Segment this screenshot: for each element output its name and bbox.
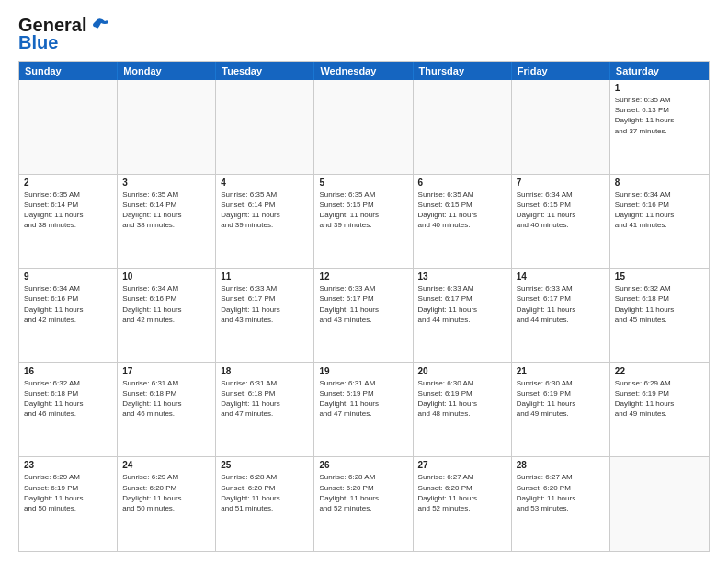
day-info: Sunrise: 6:27 AM Sunset: 6:20 PM Dayligh… bbox=[517, 472, 605, 513]
header-day-tuesday: Tuesday bbox=[216, 62, 314, 80]
day-info: Sunrise: 6:35 AM Sunset: 6:14 PM Dayligh… bbox=[24, 190, 112, 231]
day-info: Sunrise: 6:31 AM Sunset: 6:18 PM Dayligh… bbox=[122, 378, 210, 419]
day-number: 7 bbox=[517, 178, 605, 188]
day-info: Sunrise: 6:35 AM Sunset: 6:14 PM Dayligh… bbox=[122, 190, 210, 231]
day-cell-15: 15Sunrise: 6:32 AM Sunset: 6:18 PM Dayli… bbox=[610, 269, 709, 362]
day-info: Sunrise: 6:28 AM Sunset: 6:20 PM Dayligh… bbox=[319, 472, 407, 513]
day-number: 24 bbox=[122, 460, 210, 470]
day-number: 20 bbox=[418, 366, 506, 376]
day-cell-empty bbox=[19, 80, 118, 174]
day-cell-24: 24Sunrise: 6:29 AM Sunset: 6:20 PM Dayli… bbox=[118, 457, 216, 551]
day-number: 22 bbox=[615, 366, 704, 376]
day-info: Sunrise: 6:29 AM Sunset: 6:19 PM Dayligh… bbox=[615, 378, 704, 419]
day-number: 23 bbox=[24, 460, 112, 470]
day-cell-16: 16Sunrise: 6:32 AM Sunset: 6:18 PM Dayli… bbox=[19, 363, 118, 457]
header: General Blue bbox=[18, 15, 710, 53]
day-info: Sunrise: 6:34 AM Sunset: 6:16 PM Dayligh… bbox=[24, 283, 112, 325]
day-info: Sunrise: 6:33 AM Sunset: 6:17 PM Dayligh… bbox=[418, 283, 506, 325]
day-number: 27 bbox=[418, 460, 506, 470]
day-cell-empty bbox=[118, 80, 216, 174]
day-cell-25: 25Sunrise: 6:28 AM Sunset: 6:20 PM Dayli… bbox=[216, 457, 314, 551]
day-number: 17 bbox=[122, 366, 210, 376]
day-cell-4: 4Sunrise: 6:35 AM Sunset: 6:14 PM Daylig… bbox=[216, 175, 314, 269]
day-cell-8: 8Sunrise: 6:34 AM Sunset: 6:16 PM Daylig… bbox=[610, 175, 709, 269]
day-info: Sunrise: 6:28 AM Sunset: 6:20 PM Dayligh… bbox=[221, 472, 309, 513]
day-number: 5 bbox=[319, 178, 407, 188]
day-number: 13 bbox=[418, 271, 506, 282]
header-day-sunday: Sunday bbox=[19, 62, 118, 80]
day-info: Sunrise: 6:34 AM Sunset: 6:16 PM Dayligh… bbox=[122, 283, 210, 325]
day-number: 10 bbox=[122, 271, 210, 282]
day-info: Sunrise: 6:30 AM Sunset: 6:19 PM Dayligh… bbox=[517, 378, 605, 419]
day-cell-14: 14Sunrise: 6:33 AM Sunset: 6:17 PM Dayli… bbox=[512, 269, 610, 362]
calendar-header: SundayMondayTuesdayWednesdayThursdayFrid… bbox=[19, 62, 709, 80]
day-number: 28 bbox=[517, 460, 605, 470]
logo: General Blue bbox=[18, 15, 108, 53]
calendar-body: 1Sunrise: 6:35 AM Sunset: 6:13 PM Daylig… bbox=[19, 80, 709, 551]
day-number: 18 bbox=[221, 366, 309, 376]
day-cell-12: 12Sunrise: 6:33 AM Sunset: 6:17 PM Dayli… bbox=[314, 269, 413, 362]
day-info: Sunrise: 6:35 AM Sunset: 6:14 PM Dayligh… bbox=[221, 190, 309, 231]
day-cell-22: 22Sunrise: 6:29 AM Sunset: 6:19 PM Dayli… bbox=[610, 363, 709, 457]
day-number: 2 bbox=[24, 178, 112, 188]
day-number: 21 bbox=[517, 366, 605, 376]
day-info: Sunrise: 6:34 AM Sunset: 6:15 PM Dayligh… bbox=[517, 190, 605, 231]
day-cell-empty bbox=[216, 80, 314, 174]
day-cell-10: 10Sunrise: 6:34 AM Sunset: 6:16 PM Dayli… bbox=[118, 269, 216, 362]
day-info: Sunrise: 6:31 AM Sunset: 6:19 PM Dayligh… bbox=[319, 378, 407, 419]
day-info: Sunrise: 6:32 AM Sunset: 6:18 PM Dayligh… bbox=[615, 283, 704, 325]
day-info: Sunrise: 6:35 AM Sunset: 6:15 PM Dayligh… bbox=[319, 190, 407, 231]
header-day-friday: Friday bbox=[512, 62, 610, 80]
day-info: Sunrise: 6:34 AM Sunset: 6:16 PM Dayligh… bbox=[615, 190, 704, 231]
day-cell-2: 2Sunrise: 6:35 AM Sunset: 6:14 PM Daylig… bbox=[19, 175, 118, 269]
day-cell-13: 13Sunrise: 6:33 AM Sunset: 6:17 PM Dayli… bbox=[414, 269, 512, 362]
day-cell-7: 7Sunrise: 6:34 AM Sunset: 6:15 PM Daylig… bbox=[512, 175, 610, 269]
day-cell-3: 3Sunrise: 6:35 AM Sunset: 6:14 PM Daylig… bbox=[118, 175, 216, 269]
day-cell-27: 27Sunrise: 6:27 AM Sunset: 6:20 PM Dayli… bbox=[414, 457, 512, 551]
day-number: 12 bbox=[319, 271, 407, 282]
header-day-saturday: Saturday bbox=[610, 62, 709, 80]
day-cell-21: 21Sunrise: 6:30 AM Sunset: 6:19 PM Dayli… bbox=[512, 363, 610, 457]
day-info: Sunrise: 6:33 AM Sunset: 6:17 PM Dayligh… bbox=[319, 283, 407, 325]
day-info: Sunrise: 6:33 AM Sunset: 6:17 PM Dayligh… bbox=[517, 283, 605, 325]
day-info: Sunrise: 6:33 AM Sunset: 6:17 PM Dayligh… bbox=[221, 283, 309, 325]
day-cell-17: 17Sunrise: 6:31 AM Sunset: 6:18 PM Dayli… bbox=[118, 363, 216, 457]
day-info: Sunrise: 6:35 AM Sunset: 6:15 PM Dayligh… bbox=[418, 190, 506, 231]
day-cell-empty bbox=[414, 80, 512, 174]
day-cell-6: 6Sunrise: 6:35 AM Sunset: 6:15 PM Daylig… bbox=[414, 175, 512, 269]
calendar-row-3: 16Sunrise: 6:32 AM Sunset: 6:18 PM Dayli… bbox=[19, 362, 709, 457]
header-day-thursday: Thursday bbox=[414, 62, 512, 80]
day-cell-23: 23Sunrise: 6:29 AM Sunset: 6:19 PM Dayli… bbox=[19, 457, 118, 551]
page: General Blue SundayMondayTuesdayWednesda… bbox=[0, 0, 728, 563]
header-day-monday: Monday bbox=[118, 62, 216, 80]
logo-blue: Blue bbox=[18, 32, 58, 53]
day-cell-18: 18Sunrise: 6:31 AM Sunset: 6:18 PM Dayli… bbox=[216, 363, 314, 457]
calendar-row-1: 2Sunrise: 6:35 AM Sunset: 6:14 PM Daylig… bbox=[19, 174, 709, 269]
calendar: SundayMondayTuesdayWednesdayThursdayFrid… bbox=[18, 61, 710, 552]
day-info: Sunrise: 6:32 AM Sunset: 6:18 PM Dayligh… bbox=[24, 378, 112, 419]
day-cell-empty bbox=[512, 80, 610, 174]
day-number: 4 bbox=[221, 178, 309, 188]
day-number: 11 bbox=[221, 271, 309, 282]
day-info: Sunrise: 6:29 AM Sunset: 6:19 PM Dayligh… bbox=[24, 472, 112, 513]
day-number: 15 bbox=[615, 271, 704, 282]
day-number: 8 bbox=[615, 178, 704, 188]
day-cell-5: 5Sunrise: 6:35 AM Sunset: 6:15 PM Daylig… bbox=[314, 175, 413, 269]
day-number: 9 bbox=[24, 271, 112, 282]
day-number: 1 bbox=[615, 83, 704, 93]
day-number: 25 bbox=[221, 460, 309, 470]
calendar-row-0: 1Sunrise: 6:35 AM Sunset: 6:13 PM Daylig… bbox=[19, 80, 709, 174]
day-cell-11: 11Sunrise: 6:33 AM Sunset: 6:17 PM Dayli… bbox=[216, 269, 314, 362]
day-number: 26 bbox=[319, 460, 407, 470]
day-number: 3 bbox=[122, 178, 210, 188]
day-cell-empty bbox=[314, 80, 413, 174]
day-info: Sunrise: 6:30 AM Sunset: 6:19 PM Dayligh… bbox=[418, 378, 506, 419]
day-cell-9: 9Sunrise: 6:34 AM Sunset: 6:16 PM Daylig… bbox=[19, 269, 118, 362]
day-number: 6 bbox=[418, 178, 506, 188]
day-info: Sunrise: 6:35 AM Sunset: 6:13 PM Dayligh… bbox=[615, 95, 704, 136]
day-cell-1: 1Sunrise: 6:35 AM Sunset: 6:13 PM Daylig… bbox=[610, 80, 709, 174]
day-cell-28: 28Sunrise: 6:27 AM Sunset: 6:20 PM Dayli… bbox=[512, 457, 610, 551]
day-cell-19: 19Sunrise: 6:31 AM Sunset: 6:19 PM Dayli… bbox=[314, 363, 413, 457]
calendar-row-4: 23Sunrise: 6:29 AM Sunset: 6:19 PM Dayli… bbox=[19, 456, 709, 551]
day-info: Sunrise: 6:31 AM Sunset: 6:18 PM Dayligh… bbox=[221, 378, 309, 419]
